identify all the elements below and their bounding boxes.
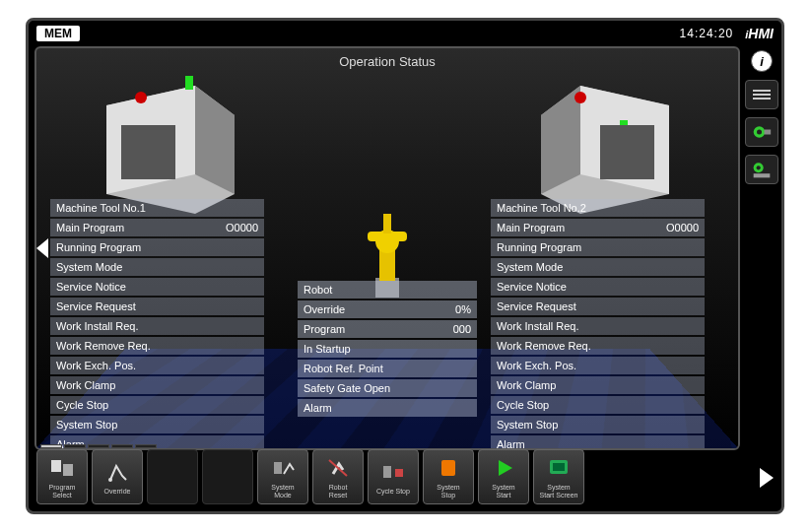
system-mode-button[interactable]: System Mode [257, 449, 308, 504]
system-mode-icon [268, 454, 298, 482]
status-row: Running Program [50, 238, 264, 256]
status-key: System Mode [56, 261, 215, 273]
status-key: Work Clamp [497, 379, 655, 391]
robot-reset-label: Robot Reset [329, 484, 348, 499]
status-row: Service Notice [50, 278, 264, 296]
operation-stage: Operation Status [34, 46, 740, 450]
status-value: O0000 [215, 222, 258, 233]
topbar: MEM 14:24:20 iHMI [29, 21, 781, 46]
robot-reset-button[interactable]: Robot Reset [312, 449, 364, 504]
status-row: Work Remove Req. [491, 337, 705, 355]
svg-line-27 [329, 460, 347, 476]
system-stop-button[interactable]: System Stop [423, 449, 474, 504]
cycle-stop-button[interactable]: Cycle Stop [368, 449, 419, 504]
status-key: Cycle Stop [497, 399, 655, 411]
svg-rect-24 [63, 464, 73, 476]
status-key: In Startup [304, 343, 428, 355]
right-sidebar: i [742, 46, 781, 450]
brand-logo: iHMI [745, 26, 774, 41]
machine-1-name: Machine Tool No.1 [56, 202, 258, 214]
empty2-button [202, 449, 253, 504]
status-key: Work Exch. Pos. [497, 360, 655, 371]
status-row: Work Clamp [491, 376, 705, 394]
status-row: In Startup [298, 340, 477, 358]
status-key: Running Program [56, 241, 215, 253]
status-key: Running Program [497, 241, 655, 253]
status-key: Service Notice [497, 281, 655, 293]
status-key: Override [304, 303, 428, 315]
status-key: Work Install Req. [56, 320, 215, 332]
system-start-button[interactable]: System Start [478, 449, 529, 504]
status-value: 0% [428, 303, 471, 315]
svg-point-15 [574, 92, 586, 103]
status-row: Work Remove Req. [50, 337, 264, 355]
status-row: Service Request [491, 298, 705, 315]
system-start-icon [489, 454, 518, 482]
status-row: Safety Gate Open [298, 379, 477, 397]
bottom-buttons: Program SelectOverrideSystem ModeRobot R… [34, 449, 584, 504]
settings-gear-ruler-icon[interactable] [745, 155, 778, 184]
svg-point-4 [135, 92, 147, 103]
status-key: Program [304, 323, 428, 335]
nav-right-arrow-icon[interactable] [760, 468, 774, 488]
machine-2-status-list: Machine Tool No.2 Main ProgramO0000Runni… [491, 199, 705, 450]
status-key: Service Notice [56, 281, 215, 293]
svg-rect-33 [553, 463, 565, 471]
program-select-button[interactable]: Program Select [36, 449, 88, 504]
status-key: System Mode [497, 261, 655, 273]
status-row: Program000 [298, 320, 477, 338]
status-row: Running Program [491, 238, 705, 256]
hmi-device: MEM 14:24:20 iHMI Operation Status [26, 18, 784, 514]
status-key: Alarm [304, 402, 428, 414]
status-key: System Stop [56, 419, 215, 431]
robot-panel: Robot Override0%Program000In StartupRobo… [294, 86, 481, 448]
svg-rect-28 [383, 466, 391, 478]
status-key: Main Program [497, 222, 655, 233]
mode-badge: MEM [36, 26, 80, 41]
system-start-screen-icon [544, 454, 574, 482]
svg-rect-10 [383, 214, 391, 233]
settings-gear-green-icon[interactable] [745, 117, 778, 147]
machine-2-name: Machine Tool No.2 [497, 202, 699, 214]
status-key: Service Request [497, 300, 655, 312]
bottom-toolbar: Program SelectOverrideSystem ModeRobot R… [34, 446, 776, 507]
override-label: Override [104, 488, 131, 496]
machine-1-status-list: Machine Tool No.1 Main ProgramO0000Runni… [50, 199, 264, 450]
svg-marker-31 [499, 460, 512, 476]
status-key: Safety Gate Open [304, 382, 428, 394]
system-start-screen-label: System Start Screen [540, 484, 578, 499]
info-icon[interactable]: i [751, 50, 773, 72]
system-start-screen-button[interactable]: System Start Screen [533, 449, 584, 504]
program-select-icon [47, 454, 77, 482]
status-key: Service Request [56, 300, 215, 312]
robot-status-list: Robot Override0%Program000In StartupRobo… [298, 281, 477, 419]
system-stop-label: System Stop [437, 484, 459, 499]
svg-point-18 [757, 130, 762, 135]
svg-point-21 [757, 166, 761, 169]
status-key: Work Clamp [56, 379, 215, 391]
status-row: Service Notice [491, 278, 705, 296]
cycle-stop-icon [378, 458, 408, 486]
override-icon [102, 458, 132, 486]
status-row: Robot Ref. Point [298, 360, 477, 377]
status-row: Work Install Req. [50, 317, 264, 335]
status-row: System Mode [50, 258, 264, 276]
status-value: O0000 [655, 222, 699, 233]
svg-rect-23 [51, 460, 61, 472]
status-key: Work Remove Req. [56, 340, 215, 352]
status-key: Robot Ref. Point [304, 363, 428, 374]
status-key: Main Program [56, 222, 215, 233]
status-row: Main ProgramO0000 [491, 219, 705, 236]
menu-list-icon[interactable] [745, 80, 778, 109]
robot-name: Robot [304, 284, 471, 296]
system-start-label: System Start [492, 484, 514, 499]
status-row: Work Install Req. [491, 317, 705, 335]
clock: 14:24:20 [680, 27, 734, 40]
status-key: Work Exch. Pos. [56, 360, 215, 371]
status-key: Cycle Stop [56, 399, 215, 411]
svg-rect-5 [121, 125, 175, 179]
system-stop-icon [434, 454, 463, 482]
page-title: Operation Status [36, 48, 738, 79]
system-mode-label: System Mode [271, 484, 294, 499]
override-button[interactable]: Override [92, 449, 143, 504]
